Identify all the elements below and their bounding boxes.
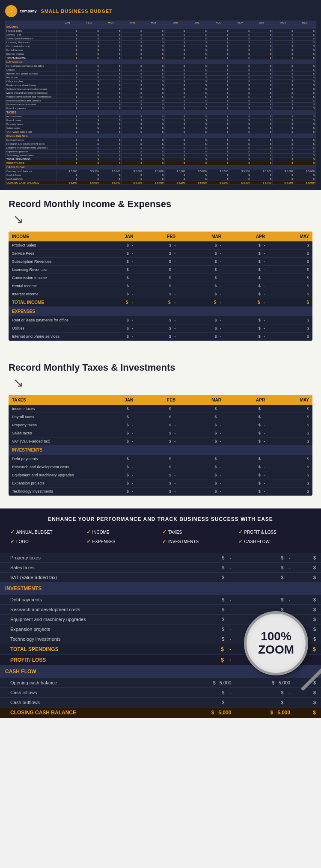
col-nov: NOV	[273, 21, 294, 25]
investments-header-row: INVESTMENTS	[6, 134, 316, 138]
cashflow-label: CASH FLOW	[6, 165, 316, 169]
income-preview-table-wrap: INCOME JAN FEB MAR APR MAY Product Sales…	[9, 232, 312, 341]
table-row: VAT (Value-added tax) $ - $ - $	[0, 573, 321, 583]
total-spendings-row: TOTAL SPENDINGS $$$$$$$$$$$$	[6, 158, 316, 161]
expenses-label: EXPENSES	[6, 60, 316, 64]
col-oct: OCT	[251, 21, 272, 25]
table-row: Payroll taxes$ -$ -$ -$ -$	[9, 413, 312, 421]
income-header-row: INCOME	[6, 25, 316, 29]
check-icon: ✓	[10, 538, 15, 544]
closing-cash-row: CLOSING CASH BALANCE $ 5,000$ 5,000$ 5,0…	[6, 181, 316, 185]
table-row: Sales taxes $ - $ - $	[0, 563, 321, 573]
cashflow-header-row: CASH FLOW	[6, 165, 316, 169]
table-row: Internet and phone services$ -$ -$ -$ -$	[9, 333, 312, 341]
check-icon: ✓	[162, 538, 166, 544]
investments-label: INVESTMENTS	[6, 134, 316, 138]
feature-logo: ✓ LOGO	[9, 538, 85, 545]
arrow-icon-2: ↘	[13, 375, 24, 390]
col-apr: APR	[225, 232, 268, 241]
col-may: MAY	[268, 232, 312, 241]
table-row: Income taxes$ -$ -$ -$ -$	[9, 405, 312, 413]
table-row: Cash outflows $ - $ - $	[0, 698, 321, 707]
enhance-banner: ENHANCE YOUR PERFORMANCE AND TRACK BUSIN…	[0, 508, 321, 553]
table-row: Service Fees$$$$$$$$$$$$	[6, 33, 316, 37]
income-label: INCOME	[6, 25, 316, 29]
col-may: MAY	[268, 395, 312, 405]
feature-investments: ✓ INVESTMENTS	[160, 538, 237, 545]
table-row: Marketing and advertising expenses$$$$$$…	[6, 91, 316, 95]
table-row: Equipment and machinery upgrades$$$$$$$$…	[6, 146, 316, 150]
table-row: Office supplies$$$$$$$$$$$$	[6, 80, 316, 83]
table-row: Cash inflows $ - $ - $	[0, 688, 321, 698]
enhance-title: ENHANCE YOUR PERFORMANCE AND TRACK BUSIN…	[9, 516, 312, 522]
col-apr: APR	[122, 21, 143, 25]
logo-icon: ●	[10, 10, 12, 13]
table-row: Commission Income$$$$$$$$$$$$	[6, 45, 316, 48]
table-row: Property taxes $ - $ - $	[0, 553, 321, 563]
check-icon: ✓	[86, 538, 91, 544]
table-row: Commission Income$ -$ -$ -$ -$	[9, 274, 312, 282]
check-icon: ✓	[10, 529, 15, 535]
table-row: Utilities$ -$ -$ -$ -$	[9, 324, 312, 333]
col-mar: MAR	[179, 395, 225, 405]
check-icon: ✓	[86, 529, 91, 535]
taxes-header-row: TAXES	[6, 110, 316, 115]
table-row: Research and development costs$ -$ -$ -$…	[9, 463, 312, 471]
total-income-row: TOTAL INCOME $$$$$$$$$$$$	[6, 56, 316, 60]
profit-loss-row: PROFIT/ LOSS $$$$$$$$$$$$	[6, 161, 316, 165]
col-mar: MAR	[179, 232, 225, 241]
magnifier: 100% ZOOM	[244, 611, 308, 675]
col-may: MAY	[143, 21, 164, 25]
table-row: Payroll expenses$$$$$$$$$$$$	[6, 107, 316, 110]
col-label	[6, 21, 57, 25]
feature-label: CASH FLOW	[244, 539, 270, 544]
col-aug: AUG	[208, 21, 229, 25]
mid-title-income: Record Monthly Income & Expenses	[9, 199, 312, 210]
table-row: Licensing Revenues$$$$$$$$$$$$	[6, 41, 316, 45]
table-row: Cash outflows$$$$$$$$$$$$	[6, 177, 316, 181]
table-row: Equipment and machinery$$$$$$$$$$$$	[6, 83, 316, 87]
col-jan: JAN	[57, 21, 78, 25]
table-row: Subscription Revenues$ -$ -$ -$ -$	[9, 258, 312, 266]
investments-section-header: INVESTMENTS	[0, 583, 321, 595]
table-row: Sales taxes$ -$ -$ -$ -$	[9, 429, 312, 437]
table-row: Income taxes$$$$$$$$$$$$	[6, 115, 316, 119]
check-icon: ✓	[238, 538, 243, 544]
spreadsheet-header: ● company SMALL BUSINESS BUDGET	[5, 5, 316, 17]
col-income: INCOME	[9, 232, 94, 241]
col-jun: JUN	[165, 21, 186, 25]
arrow-icon: ↘	[13, 211, 24, 226]
feature-label: EXPENSES	[92, 539, 116, 544]
table-row: Interest Income$ -$ -$ -$ -$	[9, 290, 312, 298]
table-row: VAT (Value-added tax)$ -$ -$ -$ -$	[9, 437, 312, 446]
table-row: Opening cash balance$ 5,000$ 5,000$ 5,00…	[6, 169, 316, 173]
table-row: Research and development costs$$$$$$$$$$…	[6, 142, 316, 146]
bottom-table-wrap: Property taxes $ - $ - $ Sales taxes $ -…	[0, 553, 321, 718]
table-row: Professional services fees$$$$$$$$$$$$	[6, 103, 316, 107]
table-row: Subscription Revenues$$$$$$$$$$$$	[6, 37, 316, 41]
taxes-label: TAXES	[6, 110, 316, 115]
bottom-section: Property taxes $ - $ - $ Sales taxes $ -…	[0, 553, 321, 718]
feature-label: INVESTMENTS	[168, 539, 199, 544]
col-feb: FEB	[137, 395, 179, 405]
col-feb: FEB	[78, 21, 100, 25]
feature-label: PROFIT & LOSS	[244, 530, 276, 535]
col-sep: SEP	[229, 21, 251, 25]
feature-expenses: ✓ EXPENSES	[85, 538, 161, 545]
table-row: Debt payments $ - $ - $	[0, 595, 321, 605]
table-row: Rental Income$$$$$$$$$$$$	[6, 48, 316, 52]
table-row: VAT (Value-added tax)$$$$$$$$$$$$	[6, 130, 316, 134]
col-feb: FEB	[137, 232, 179, 241]
col-mar: MAR	[100, 21, 121, 25]
col-jul: JUL	[186, 21, 208, 25]
table-row: Rent or lease payments for office$$$$$$$…	[6, 64, 316, 68]
feature-label: LOGO	[16, 539, 29, 544]
table-row: Internet and phone services$$$$$$$$$$$$	[6, 72, 316, 76]
col-dec: DEC	[294, 21, 316, 25]
table-row: Software licenses and subscriptions$$$$$…	[6, 87, 316, 91]
investments-header-row: INVESTMENTS	[9, 446, 312, 455]
mid-section-taxes: Record Monthly Taxes & Investments ↘ TAX…	[0, 354, 321, 508]
table-row: Cash inflows$$$$$$$$$$$$	[6, 173, 316, 177]
table-row: Business permits and licenses$$$$$$$$$$$…	[6, 99, 316, 103]
feature-profit-loss: ✓ PROFIT & LOSS	[237, 528, 313, 536]
